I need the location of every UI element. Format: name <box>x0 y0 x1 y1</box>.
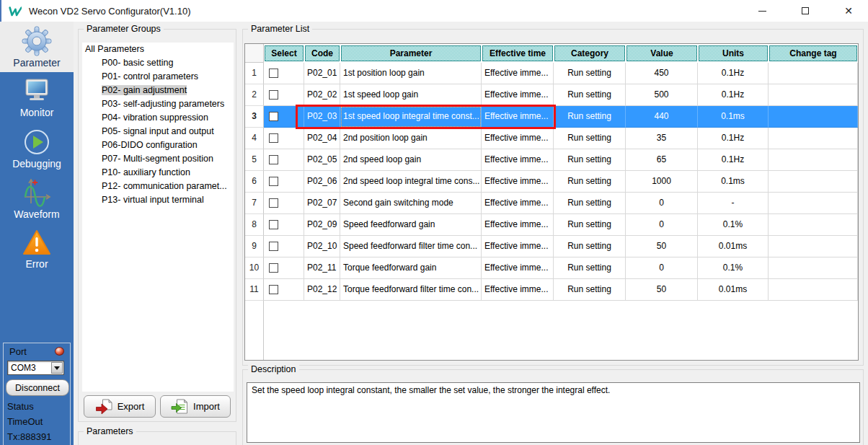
cell-parameter[interactable]: Second gain switching mode <box>340 193 482 214</box>
column-header[interactable]: Category <box>554 44 626 63</box>
row-number[interactable]: 4 <box>245 128 264 149</box>
row-number[interactable]: 7 <box>245 193 264 214</box>
select-cell[interactable] <box>264 149 304 171</box>
row-number[interactable]: 1 <box>245 63 264 84</box>
column-header[interactable]: Units <box>698 44 769 63</box>
cell-units[interactable]: 0.1Hz <box>698 149 769 171</box>
port-select-dropdown-button[interactable] <box>51 362 63 374</box>
cell-parameter[interactable]: Torque feedforward gain <box>340 257 482 279</box>
cell-change-tag[interactable] <box>769 171 858 193</box>
cell-value[interactable]: 50 <box>626 236 698 257</box>
cell-units[interactable]: 0.1ms <box>698 171 769 193</box>
select-cell[interactable] <box>264 63 304 84</box>
cell-code[interactable]: P02_11 <box>304 257 340 279</box>
column-header[interactable]: Select <box>264 44 304 63</box>
cell-code[interactable]: P02_07 <box>304 193 340 214</box>
cell-effective[interactable]: Effective imme... <box>482 193 554 214</box>
row-number[interactable]: 5 <box>245 149 264 171</box>
cell-change-tag[interactable] <box>769 149 858 171</box>
cell-category[interactable]: Run setting <box>554 128 626 149</box>
cell-category[interactable]: Run setting <box>554 149 626 171</box>
cell-value[interactable]: 65 <box>626 149 698 171</box>
cell-effective[interactable]: Effective imme... <box>482 214 554 236</box>
select-cell[interactable] <box>264 257 304 279</box>
cell-category[interactable]: Run setting <box>554 171 626 193</box>
row-checkbox[interactable] <box>269 90 278 100</box>
select-cell[interactable] <box>264 236 304 257</box>
cell-code[interactable]: P02_10 <box>304 236 340 257</box>
cell-units[interactable]: 0.01ms <box>698 236 769 257</box>
select-cell[interactable] <box>264 84 304 106</box>
cell-code[interactable]: P02_02 <box>304 84 340 106</box>
cell-effective[interactable]: Effective imme... <box>482 236 554 257</box>
cell-value[interactable]: 0 <box>626 214 698 236</box>
cell-effective[interactable]: Effective imme... <box>482 171 554 193</box>
tree-item[interactable]: P00- basic setting <box>82 56 234 70</box>
select-cell[interactable] <box>264 279 304 301</box>
row-checkbox[interactable] <box>269 263 278 273</box>
cell-value[interactable]: 440 <box>626 106 698 128</box>
cell-units[interactable]: - <box>698 193 769 214</box>
row-checkbox[interactable] <box>269 133 278 143</box>
tree-item[interactable]: P13- virtual input terminal <box>82 193 234 207</box>
column-header[interactable]: Parameter <box>340 44 482 63</box>
cell-value[interactable]: 35 <box>626 128 698 149</box>
disconnect-button[interactable]: Disconnect <box>6 379 69 396</box>
cell-change-tag[interactable] <box>769 193 858 214</box>
cell-parameter[interactable]: 1st speed loop integral time const... <box>340 106 482 128</box>
cell-parameter[interactable]: Torque feedforward filter time con... <box>340 279 482 301</box>
cell-category[interactable]: Run setting <box>554 106 626 128</box>
row-checkbox[interactable] <box>269 220 278 229</box>
export-button[interactable]: Export <box>84 395 156 418</box>
cell-value[interactable]: 0 <box>626 257 698 279</box>
row-number[interactable]: 6 <box>245 171 264 193</box>
cell-change-tag[interactable] <box>769 106 858 128</box>
cell-category[interactable]: Run setting <box>554 84 626 106</box>
cell-code[interactable]: P02_01 <box>304 63 340 84</box>
cell-change-tag[interactable] <box>769 236 858 257</box>
cell-units[interactable]: 0.1Hz <box>698 84 769 106</box>
cell-category[interactable]: Run setting <box>554 257 626 279</box>
tree-item[interactable]: P07- Multi-segment position <box>82 152 234 166</box>
cell-code[interactable]: P02_04 <box>304 128 340 149</box>
cell-code[interactable]: P02_06 <box>304 171 340 193</box>
cell-change-tag[interactable] <box>769 84 858 106</box>
cell-effective[interactable]: Effective imme... <box>482 279 554 301</box>
select-cell[interactable] <box>264 128 304 149</box>
cell-units[interactable]: 0.1Hz <box>698 63 769 84</box>
cell-parameter[interactable]: 2nd speed loop gain <box>340 149 482 171</box>
sidebar-item-waveform[interactable]: Waveform <box>0 173 74 224</box>
cell-category[interactable]: Run setting <box>554 236 626 257</box>
cell-change-tag[interactable] <box>769 279 858 301</box>
select-cell[interactable] <box>264 106 304 128</box>
cell-effective[interactable]: Effective imme... <box>482 84 554 106</box>
tree-item[interactable]: P04- vibration suppression <box>82 111 234 125</box>
select-cell[interactable] <box>264 171 304 193</box>
cell-parameter[interactable]: Speed feedforward filter time con... <box>340 236 482 257</box>
cell-effective[interactable]: Effective imme... <box>482 63 554 84</box>
cell-effective[interactable]: Effective imme... <box>482 106 554 128</box>
cell-category[interactable]: Run setting <box>554 279 626 301</box>
column-header[interactable]: Effective time <box>482 44 554 63</box>
cell-change-tag[interactable] <box>769 63 858 84</box>
tree-item[interactable]: P02- gain adjustment <box>82 84 234 97</box>
tree-item[interactable]: All Parameters <box>82 43 234 56</box>
import-button[interactable]: Import <box>160 395 231 418</box>
close-button[interactable]: ✕ <box>839 1 858 20</box>
cell-parameter[interactable]: 1st speed loop gain <box>340 84 482 106</box>
row-number[interactable]: 8 <box>245 214 264 236</box>
cell-category[interactable]: Run setting <box>554 63 626 84</box>
cell-value[interactable]: 50 <box>626 279 698 301</box>
cell-units[interactable]: 0.1ms <box>698 106 769 128</box>
row-number[interactable]: 11 <box>245 279 264 301</box>
row-checkbox[interactable] <box>269 112 278 121</box>
sidebar-item-monitor[interactable]: Monitor <box>0 72 74 123</box>
row-checkbox[interactable] <box>269 177 278 186</box>
cell-category[interactable]: Run setting <box>554 214 626 236</box>
maximize-button[interactable] <box>796 1 815 20</box>
cell-change-tag[interactable] <box>769 257 858 279</box>
cell-code[interactable]: P02_05 <box>304 149 340 171</box>
cell-parameter[interactable]: Speed feedforward gain <box>340 214 482 236</box>
sidebar-item-parameter[interactable]: Parameter <box>0 22 74 72</box>
row-number[interactable]: 9 <box>245 236 264 257</box>
